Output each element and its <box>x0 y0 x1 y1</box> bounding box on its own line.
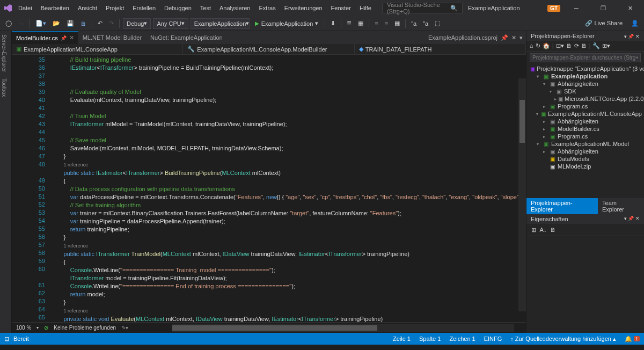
se-back-icon[interactable]: ↻ <box>536 42 540 49</box>
liveshare-button[interactable]: 🔗 Live Share <box>581 19 627 28</box>
horizontal-scrollbar[interactable] <box>172 324 514 332</box>
project-file-label[interactable]: ExampleApplication.csproj <box>428 34 497 41</box>
save-all-icon[interactable]: 🗎 <box>78 19 89 28</box>
output-icon[interactable]: ⊡ <box>4 336 9 342</box>
document-tabs: ModelBuilder.cs📌✕ML.NET Model BuilderNuG… <box>12 31 526 44</box>
side-tab-server-explorer[interactable]: Server-Explorer <box>0 31 8 75</box>
props-az-icon[interactable]: A↓ <box>539 226 547 234</box>
menu-debuggen[interactable]: Debuggen <box>160 3 196 13</box>
tree-node[interactable]: ▾▣ExampleApplicationML.Model <box>529 140 642 148</box>
tb-icon-7[interactable]: "a <box>421 19 430 28</box>
zoom-level[interactable]: 100 % <box>16 325 31 331</box>
save-icon[interactable]: 💾 <box>64 19 76 28</box>
error-status[interactable]: Keine Probleme gefunden <box>54 325 116 331</box>
menu-extras[interactable]: Extras <box>254 3 280 13</box>
step-icon[interactable]: ⬇ <box>328 19 338 28</box>
editor-nav-bar: ▣ExampleApplicationML.ConsoleApp 🔧Exampl… <box>12 44 526 55</box>
se-refresh-icon[interactable]: ⟳ <box>574 42 579 49</box>
side-tab-toolbox[interactable]: Toolbox <box>0 75 8 100</box>
menu-analysieren[interactable]: Analysieren <box>215 3 254 13</box>
se-showall-icon[interactable]: 🗎 <box>566 42 572 49</box>
statusbar: ⊡ Bereit Zeile 1 Spalte 1 Zeichen 1 EINF… <box>0 333 644 345</box>
tree-node[interactable]: ▾▣ExampleApplication <box>529 72 642 80</box>
menu-fenster[interactable]: Fenster <box>327 3 355 13</box>
vs-logo-icon <box>3 3 13 13</box>
tree-node[interactable]: ▣MLModel.zip <box>529 163 642 170</box>
se-home-icon[interactable]: ⌂ <box>530 42 533 49</box>
tb-icon-6[interactable]: "a <box>409 19 419 28</box>
tree-node[interactable]: ▾▣ExampleApplicationML.ConsoleApp <box>529 110 642 118</box>
config-dropdown[interactable]: Debug ▾ <box>123 18 151 29</box>
tb-icon-4[interactable]: ≡ <box>383 19 390 28</box>
feedback-icon[interactable]: 👤 <box>629 19 641 28</box>
tree-node[interactable]: ▸▣ModelBuilder.cs <box>529 125 642 133</box>
nav-project-dropdown[interactable]: ▣ExampleApplicationML.ConsoleApp <box>12 44 183 54</box>
solution-tree[interactable]: ▣Projektmappe "ExampleApplication" (3 vo… <box>526 64 644 198</box>
close-button[interactable]: ✕ <box>619 0 641 16</box>
nav-class-dropdown[interactable]: 🔧ExampleApplicationML.ConsoleApp.ModelBu… <box>183 44 354 54</box>
platform-dropdown[interactable]: Any CPU ▾ <box>153 18 188 29</box>
minimize-button[interactable]: ─ <box>566 0 587 16</box>
pen-icon[interactable]: ✎▾ <box>121 325 128 331</box>
vertical-scrollbar[interactable] <box>518 78 526 311</box>
maximize-button[interactable]: ❐ <box>592 0 614 16</box>
se-wrench-icon[interactable]: 🔧 <box>592 42 600 49</box>
source-control-button[interactable]: ↑ Zur Quellcodeverwaltung hinzufügen ▴ <box>510 336 616 342</box>
solution-explorer-search[interactable] <box>526 52 644 64</box>
tree-node[interactable]: ▸▣Abhängigkeiten <box>529 148 642 155</box>
doc-tab[interactable]: ML.NET Model Builder <box>78 31 146 44</box>
props-cat-icon[interactable]: ⊞ <box>530 226 537 234</box>
props-page-icon[interactable]: 🗎 <box>549 226 557 234</box>
run-button[interactable]: ▶ExampleApplication ▾ <box>252 19 322 28</box>
tree-node[interactable]: ▣Projektmappe "ExampleApplication" (3 vo… <box>529 65 642 72</box>
tab-dropdown-icon[interactable]: ▾ <box>519 34 523 41</box>
tb-icon-8[interactable]: ⬚ <box>433 19 442 28</box>
status-column[interactable]: Spalte 1 <box>419 336 441 342</box>
tb-icon-2[interactable]: ▦ <box>356 19 365 28</box>
new-file-icon[interactable]: 📄▾ <box>33 19 48 28</box>
undo-icon[interactable]: ↶ <box>96 19 105 28</box>
tab-pin-icon[interactable]: 📌 <box>501 34 508 41</box>
project-dropdown[interactable]: ExampleApplication ▾ <box>191 18 250 29</box>
menu-test[interactable]: Test <box>196 3 215 13</box>
redo-icon[interactable]: ↷ <box>107 19 116 28</box>
status-insert[interactable]: EINFG <box>484 336 502 342</box>
status-line[interactable]: Zeile 1 <box>393 336 411 342</box>
status-char[interactable]: Zeichen 1 <box>449 336 475 342</box>
notifications-button[interactable]: 🔔1 <box>625 336 640 342</box>
tree-node[interactable]: ▸▣Program.cs <box>529 103 642 110</box>
menu-erstellen[interactable]: Erstellen <box>128 3 160 13</box>
menu-projekt[interactable]: Projekt <box>101 3 128 13</box>
tree-node[interactable]: ▸▣Microsoft.NETCore.App (2.2.0) <box>529 95 642 103</box>
tab-close-icon[interactable]: ✕ <box>511 34 516 41</box>
menu-bearbeiten[interactable]: Bearbeiten <box>36 3 74 13</box>
tree-node[interactable]: ▣DataModels <box>529 155 642 163</box>
tb-icon-3[interactable]: ≡ <box>372 19 380 28</box>
se-collapse-icon[interactable]: ⊡▾ <box>556 42 564 49</box>
menu-datei[interactable]: Datei <box>14 3 36 13</box>
menu-ansicht[interactable]: Ansicht <box>74 3 101 13</box>
user-badge[interactable]: GT <box>547 5 560 12</box>
nav-fwd-icon[interactable]: → <box>16 19 26 28</box>
code-editor[interactable]: 3536373839404142434445464748495051525354… <box>12 55 526 322</box>
tb-icon-1[interactable]: ≣ <box>345 19 354 28</box>
se-sync-icon[interactable]: 🏠 <box>543 42 550 49</box>
editor-status-bar: 100 %▾ ⊘ Keine Probleme gefunden ✎▾ <box>12 322 526 333</box>
open-icon[interactable]: 📂 <box>50 19 62 28</box>
se-props-icon[interactable]: 🗎 <box>581 42 587 49</box>
doc-tab[interactable]: NuGet: ExampleApplication <box>146 31 227 44</box>
search-input[interactable]: Visual Studio-Suche (Strg+Q)🔍 <box>382 3 463 13</box>
nav-back-icon[interactable]: ◯ <box>3 19 14 28</box>
menu-erweiterungen[interactable]: Erweiterungen <box>280 3 327 13</box>
tree-node[interactable]: ▸▣Program.cs <box>529 133 642 140</box>
se-view-icon[interactable]: ⊞▾ <box>602 42 610 49</box>
menu-hilfe[interactable]: Hilfe <box>355 3 376 13</box>
panel-tab[interactable]: Team Explorer <box>598 198 644 214</box>
tree-node[interactable]: ▾▣Abhängigkeiten <box>529 80 642 88</box>
tree-node[interactable]: ▾▣SDK <box>529 88 642 95</box>
panel-tab[interactable]: Projektmappen-Explorer <box>526 198 598 214</box>
nav-member-dropdown[interactable]: ◆TRAIN_DATA_FILEPATH <box>355 44 526 54</box>
doc-tab[interactable]: ModelBuilder.cs📌✕ <box>12 31 78 44</box>
tb-icon-5[interactable]: ▦ <box>392 19 402 28</box>
tree-node[interactable]: ▸▣Abhängigkeiten <box>529 118 642 125</box>
